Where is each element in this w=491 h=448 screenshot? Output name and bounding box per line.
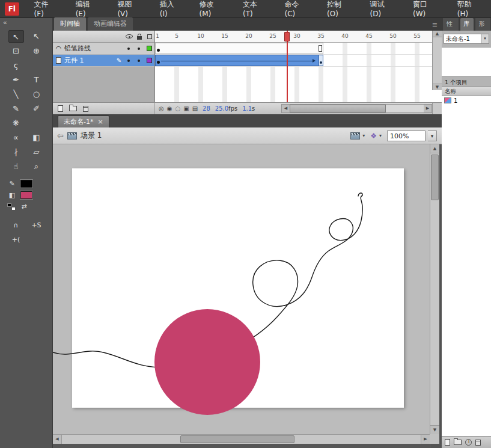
edit-scene-button[interactable]: [350, 132, 360, 140]
scrollbar-thumb[interactable]: [431, 155, 439, 200]
new-symbol-button[interactable]: [445, 439, 450, 446]
playhead[interactable]: [284, 32, 290, 41]
layer-lock-dot[interactable]: [133, 48, 144, 50]
properties-button[interactable]: [465, 439, 472, 446]
menu-item-2[interactable]: 视图(V): [108, 0, 150, 17]
zoom-tool[interactable]: ⌕: [29, 160, 44, 173]
brush-tool[interactable]: ✐: [29, 102, 44, 115]
outline-all-layers-icon[interactable]: [147, 34, 152, 39]
scroll-left-icon[interactable]: ◀: [282, 105, 290, 112]
eraser-tool[interactable]: ▱: [29, 146, 44, 158]
menu-item-7[interactable]: 控制(O): [318, 0, 361, 17]
current-frame-value[interactable]: 28: [203, 105, 210, 112]
menu-item-10[interactable]: 帮助(H): [448, 0, 491, 17]
layer-outline-chip[interactable]: [144, 46, 154, 51]
scroll-right-icon[interactable]: ▶: [421, 435, 430, 444]
document-tab[interactable]: 未命名-1* ×: [58, 115, 109, 127]
show-hide-all-layers-icon[interactable]: [126, 34, 133, 38]
new-folder-button[interactable]: [69, 106, 77, 111]
close-document-icon[interactable]: ×: [97, 118, 103, 126]
layer-lock-dot[interactable]: [133, 60, 144, 62]
snap-magnet[interactable]: ∩: [8, 219, 24, 232]
center-frame-icon[interactable]: ◎: [159, 105, 164, 112]
edit-symbol-dropdown-icon[interactable]: ▾: [379, 133, 382, 138]
frames-area[interactable]: [155, 43, 432, 102]
3d-rotation-tool[interactable]: ⊕: [29, 44, 44, 57]
delete-layer-button[interactable]: [83, 106, 88, 112]
frame-rate-value[interactable]: 25.0: [215, 105, 228, 112]
canvas-horizontal-scrollbar[interactable]: ◀ ▶: [53, 434, 430, 444]
modify-markers-icon[interactable]: ▤: [192, 105, 198, 112]
scroll-right-icon[interactable]: ▶: [424, 105, 432, 112]
frames-row-guide-layer[interactable]: [155, 43, 432, 55]
zoom-dropdown-icon[interactable]: ▾: [428, 130, 437, 141]
library-select-dropdown-icon[interactable]: ▾: [481, 34, 489, 43]
scene-name[interactable]: 场景 1: [81, 130, 102, 141]
text-tool[interactable]: T: [29, 73, 44, 86]
hand-tool[interactable]: ☝: [8, 160, 24, 173]
menu-item-8[interactable]: 调试(D): [361, 0, 404, 17]
paint-bucket-tool[interactable]: ◧: [29, 131, 44, 144]
free-transform-tool[interactable]: ⊡: [8, 44, 24, 57]
selection-tool[interactable]: ↖: [8, 30, 24, 43]
menu-item-6[interactable]: 命令(C): [276, 0, 319, 17]
canvas-vertical-scrollbar[interactable]: ▲ ▼: [430, 144, 439, 434]
lock-all-layers-icon[interactable]: [137, 36, 142, 40]
new-folder-button[interactable]: [454, 440, 462, 445]
scroll-down-icon[interactable]: ▼: [430, 425, 439, 434]
right-panel-tab-1[interactable]: 库: [460, 18, 474, 31]
menu-item-4[interactable]: 修改(M): [191, 0, 234, 17]
swap-colors-icon[interactable]: ⇄: [19, 203, 29, 210]
scroll-up-icon[interactable]: ▲: [430, 144, 439, 153]
elapsed-time-value[interactable]: 1.1: [242, 105, 252, 112]
frames-row-tween-layer[interactable]: [155, 55, 432, 67]
tween-circle[interactable]: [154, 309, 260, 415]
collapse-panel-icon[interactable]: «: [3, 19, 7, 26]
library-name-column-header[interactable]: 名称: [442, 87, 491, 96]
static-frame-span[interactable]: [155, 43, 323, 54]
edit-multiple-frames-icon[interactable]: ▣: [183, 105, 189, 112]
bone-tool[interactable]: ∝: [8, 131, 24, 144]
panel-menu-icon[interactable]: ≡: [432, 21, 442, 31]
motion-tween-span[interactable]: [155, 55, 323, 66]
layer-visibility-dot[interactable]: [123, 60, 133, 62]
right-panel-tab-0[interactable]: 属性: [443, 18, 459, 31]
menu-item-9[interactable]: 窗口(W): [404, 0, 448, 17]
timeline-tab-1[interactable]: 动画编辑器: [88, 17, 133, 31]
scrollbar-thumb[interactable]: [290, 105, 386, 112]
pen-tool[interactable]: ✒: [8, 73, 24, 86]
pencil-tool[interactable]: ✎: [8, 102, 24, 115]
oval-tool[interactable]: ○: [29, 88, 44, 100]
library-item-0[interactable]: 1: [442, 96, 491, 105]
line-tool[interactable]: ╲: [8, 88, 24, 100]
edit-symbol-button[interactable]: ❖: [370, 132, 377, 140]
layer-outline-chip[interactable]: [144, 58, 154, 63]
menu-item-3[interactable]: 插入(I): [151, 0, 191, 17]
subselection-tool[interactable]: ↖: [29, 30, 44, 43]
edit-scene-dropdown-icon[interactable]: ▾: [362, 133, 365, 138]
new-layer-button[interactable]: [58, 105, 63, 112]
onion-skin-outlines-icon[interactable]: ◌: [175, 105, 180, 112]
deco-tool[interactable]: ❋: [8, 117, 24, 129]
stage-viewport[interactable]: [53, 144, 430, 434]
timeline-vertical-scrollbar[interactable]: ▲ ▼: [432, 31, 442, 90]
layer-row-0[interactable]: ◠铅笔路线: [53, 43, 154, 55]
layer-visibility-dot[interactable]: [123, 48, 133, 50]
lasso-tool[interactable]: ς: [8, 59, 24, 72]
scrollbar-track[interactable]: [290, 105, 424, 112]
right-panel-tab-2[interactable]: 变形: [475, 18, 491, 31]
zoom-input[interactable]: 100%: [387, 130, 425, 141]
smooth-option[interactable]: +S: [29, 219, 44, 232]
delete-item-button[interactable]: [475, 440, 481, 446]
scroll-up-icon[interactable]: ▲: [433, 31, 442, 37]
default-colors-icon[interactable]: [7, 203, 16, 210]
straighten-option[interactable]: +(: [8, 233, 24, 246]
layer-row-1[interactable]: 元件 1✎: [53, 55, 154, 67]
scroll-left-icon[interactable]: ◀: [53, 435, 62, 444]
menu-item-5[interactable]: 文本(T): [234, 0, 276, 17]
library-document-select[interactable]: 未命名-1 ▾: [444, 34, 489, 44]
eyedropper-tool[interactable]: ∤: [8, 146, 24, 158]
scrollbar-thumb[interactable]: [180, 435, 294, 443]
menu-item-0[interactable]: 文件(F): [25, 0, 67, 17]
stroke-color-swatch[interactable]: [20, 180, 32, 188]
